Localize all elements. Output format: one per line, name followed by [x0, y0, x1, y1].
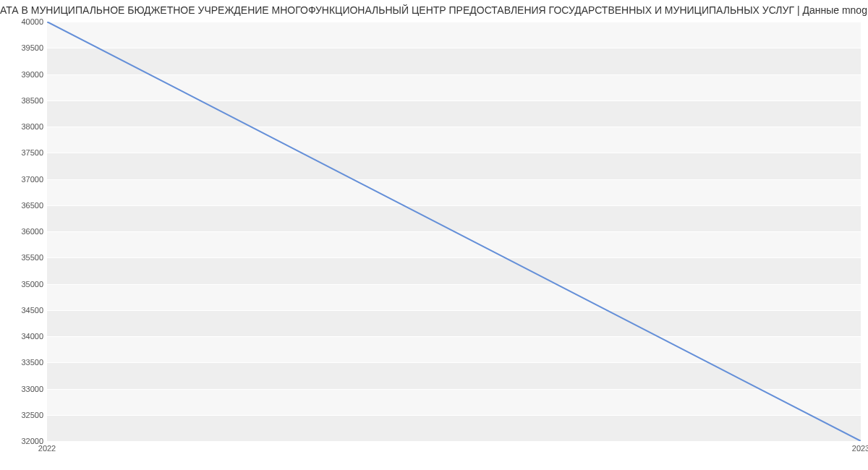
- plot-area: [47, 22, 861, 441]
- y-tick-label: 38500: [7, 96, 43, 105]
- y-tick-label: 39000: [7, 70, 43, 79]
- y-tick-label: 34000: [7, 332, 43, 341]
- y-tick-label: 35000: [7, 280, 43, 289]
- y-tick-label: 36000: [7, 227, 43, 236]
- chart-container: АТА В МУНИЦИПАЛЬНОЕ БЮДЖЕТНОЕ УЧРЕЖДЕНИЕ…: [0, 0, 868, 470]
- x-tick-label: 2022: [38, 444, 56, 453]
- x-tick-label: 2023: [852, 444, 868, 453]
- y-tick-label: 38000: [7, 122, 43, 131]
- line-series: [47, 22, 861, 441]
- y-tick-label: 37500: [7, 148, 43, 157]
- y-tick-label: 34500: [7, 306, 43, 315]
- y-tick-label: 40000: [7, 17, 43, 26]
- y-tick-label: 32500: [7, 411, 43, 419]
- y-tick-label: 36500: [7, 201, 43, 210]
- y-tick-label: 33000: [7, 385, 43, 393]
- gridline: [47, 441, 861, 442]
- y-tick-label: 37000: [7, 175, 43, 184]
- y-tick-label: 33500: [7, 358, 43, 367]
- y-tick-label: 39500: [7, 43, 43, 52]
- y-tick-label: 35500: [7, 253, 43, 262]
- chart-title: АТА В МУНИЦИПАЛЬНОЕ БЮДЖЕТНОЕ УЧРЕЖДЕНИЕ…: [0, 4, 868, 16]
